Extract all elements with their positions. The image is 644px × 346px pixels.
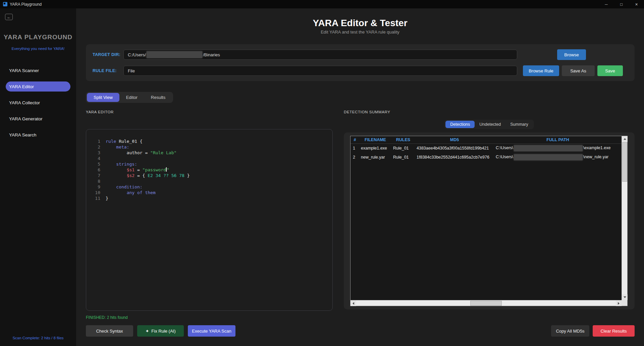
rule-file-input[interactable]: File [123, 66, 517, 76]
rules-cell: Rule_01 [391, 153, 415, 162]
view-tab-results[interactable]: Results [144, 93, 172, 102]
code-line-10: 10 any of them [94, 190, 329, 195]
view-tab-editor[interactable]: Editor [119, 93, 144, 102]
yara-code-editor[interactable]: 1rule Rule_01 {2 meta:3 author = "Rule L… [86, 129, 333, 311]
horizontal-scrollbar-thumb[interactable] [470, 301, 502, 306]
vertical-scrollbar[interactable] [622, 136, 627, 300]
app-brand: YARA PLAYGROUND [0, 34, 76, 41]
actions-left-group: Check Syntax ✦ Fix Rule (AI) Execute YAR… [86, 325, 235, 337]
detection-tab-summary[interactable]: Summary [505, 121, 533, 128]
clear-results-button[interactable]: Clear Results [593, 325, 635, 337]
rule-file-label: RULE FILE: [93, 68, 123, 73]
sidebar-item-yara-generator[interactable]: YARA Generator [6, 114, 70, 124]
line-number: 2 [94, 144, 100, 150]
page-title: YARA Editor & Tester [76, 18, 644, 28]
line-number: 7 [94, 173, 100, 178]
code-line-7: 7 $s2 = { E2 34 ?? 56 78 } [94, 173, 329, 178]
code-line-5: 5 strings: [94, 161, 329, 167]
target-dir-prefix: C:/Users/ [128, 52, 146, 57]
split-view: YARA EDITOR 1rule Rule_01 {2 meta:3 auth… [86, 110, 635, 320]
detection-tab-bar: DetectionsUndetectedSummary [444, 120, 534, 129]
view-tab-bar: Split ViewEditorResults [86, 92, 173, 103]
collapse-arrow-icon: ← [7, 15, 11, 19]
code-text: } [106, 195, 108, 201]
editor-pane: YARA EDITOR 1rule Rule_01 {2 meta:3 auth… [86, 110, 333, 320]
code-text: condition: [106, 184, 143, 190]
actions-bar: Check Syntax ✦ Fix Rule (AI) Execute YAR… [86, 325, 635, 337]
page-subtitle: Edit YARA and test the YARA rule quality [76, 30, 644, 35]
view-tab-split-view[interactable]: Split View [87, 93, 119, 102]
editor-status: FINISHED: 2 hits found [86, 315, 333, 320]
browse-button[interactable]: Browse [557, 49, 586, 60]
browse-rule-button[interactable]: Browse Rule [523, 65, 559, 76]
fix-rule-ai-button[interactable]: ✦ Fix Rule (AI) [137, 325, 184, 337]
scroll-up-icon[interactable] [622, 136, 628, 142]
sidebar-item-yara-scanner[interactable]: YARA Scanner [6, 65, 70, 75]
sidebar-nav: YARA ScannerYARA EditorYARA CollectorYAR… [0, 65, 76, 140]
code-text: any of them [106, 190, 156, 195]
save-button[interactable]: Save [597, 65, 623, 76]
filename-cell: example1.exe [359, 143, 391, 153]
target-dir-label: TARGET DIR: [93, 52, 123, 57]
window-body: ← YARA PLAYGROUND Everything you need fo… [0, 8, 644, 346]
fix-rule-label: Fix Rule (AI) [151, 329, 175, 334]
scroll-down-icon[interactable] [622, 294, 628, 300]
line-number: 9 [94, 184, 100, 190]
save-as-button[interactable]: Save As [562, 65, 595, 76]
config-panel: TARGET DIR: C:/Users/ /Binaries Browse R… [86, 44, 635, 81]
code-line-4: 4 [94, 156, 329, 161]
horizontal-scrollbar[interactable] [351, 300, 622, 306]
target-dir-row: TARGET DIR: C:/Users/ /Binaries Browse [93, 49, 628, 60]
detection-table-viewport: #FILENAMERULESMD5FULL PATH 1example1.exe… [351, 136, 622, 300]
target-dir-suffix: /Binaries [203, 52, 220, 57]
execute-scan-button[interactable]: Execute YARA Scan [188, 325, 235, 337]
scan-status: Scan Complete: 2 hits / 8 files [0, 336, 76, 340]
detection-row[interactable]: 1example1.exeRule_014383aee4b4305a3f00a1… [351, 143, 622, 153]
code-text: rule Rule_01 { [106, 138, 143, 144]
detection-section-label: DETECTION SUMMARY [344, 110, 635, 114]
sidebar: ← YARA PLAYGROUND Everything you need fo… [0, 8, 76, 346]
line-number: 10 [94, 190, 100, 195]
code-text: $s2 = { E2 34 ?? 56 78 } [106, 173, 190, 178]
column-header-md5[interactable]: MD5 [415, 136, 494, 143]
code-line-1: 1rule Rule_01 { [94, 138, 329, 144]
sidebar-item-yara-editor[interactable]: YARA Editor [6, 81, 70, 92]
column-header-full-path[interactable]: FULL PATH [494, 136, 622, 143]
detection-tab-undetected[interactable]: Undetected [475, 121, 505, 128]
actions-right-group: Copy All MD5s Clear Results [551, 325, 635, 337]
code-line-8: 8 [94, 178, 329, 184]
md5-cell: 1f8384c33be2552d441c695a2cb7e976 [415, 153, 494, 162]
scroll-left-icon[interactable] [351, 300, 356, 306]
code-line-11: 11} [94, 195, 329, 201]
target-dir-input[interactable]: C:/Users/ /Binaries [123, 50, 517, 60]
column-header-rules[interactable]: RULES [391, 136, 415, 143]
code-text: author = "Rule Lab" [106, 150, 176, 156]
column-header-filename[interactable]: FILENAME [359, 136, 391, 143]
row-number-cell: 1 [351, 143, 359, 153]
editor-section-label: YARA EDITOR [86, 110, 333, 114]
detection-tab-detections[interactable]: Detections [445, 121, 475, 128]
minimize-icon[interactable]: ─ [599, 0, 614, 8]
line-number: 4 [94, 156, 100, 161]
line-number: 6 [94, 167, 100, 173]
detection-pane: DETECTION SUMMARY DetectionsUndetectedSu… [344, 110, 635, 320]
sidebar-item-yara-search[interactable]: YARA Search [6, 130, 70, 140]
redacted-text [514, 145, 583, 151]
vertical-scrollbar-thumb[interactable] [622, 142, 627, 182]
filename-cell: new_rule.yar [359, 153, 391, 162]
sidebar-item-yara-collector[interactable]: YARA Collector [6, 98, 70, 108]
close-icon[interactable]: × [629, 0, 644, 8]
full-path-cell: C:\Users\\new_rule.yar [494, 153, 622, 162]
sidebar-collapse-button[interactable]: ← [5, 14, 13, 20]
check-syntax-button[interactable]: Check Syntax [86, 325, 133, 337]
detection-table: #FILENAMERULESMD5FULL PATH 1example1.exe… [350, 136, 628, 306]
maximize-icon[interactable]: □ [614, 0, 629, 8]
detection-row[interactable]: 2new_rule.yarRule_011f8384c33be2552d441c… [351, 153, 622, 162]
copy-all-md5s-button[interactable]: Copy All MD5s [551, 325, 589, 337]
column-header-[interactable]: # [351, 136, 359, 143]
full-path-cell: C:\Users\\example1.exe [494, 143, 622, 153]
redacted-text [147, 51, 202, 58]
code-text: meta: [106, 144, 129, 150]
code-line-3: 3 author = "Rule Lab" [94, 150, 329, 156]
scroll-right-icon[interactable] [616, 300, 622, 306]
